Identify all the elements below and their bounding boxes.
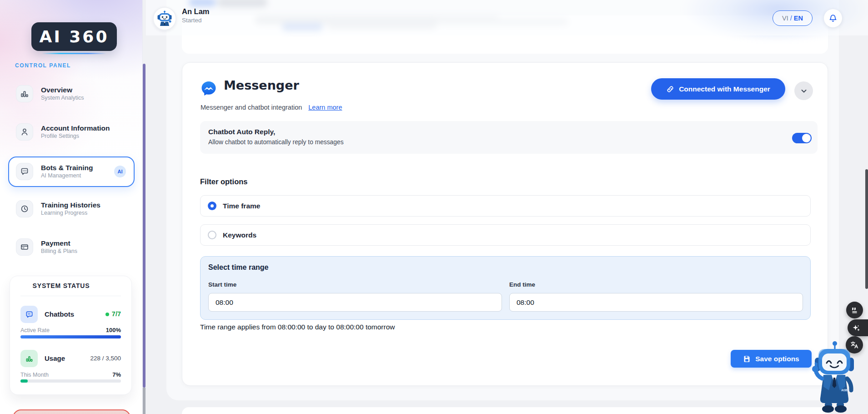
sparkles-icon bbox=[852, 323, 861, 333]
summary-notes-button[interactable] bbox=[846, 302, 863, 318]
lang-separator: / bbox=[790, 15, 792, 22]
status-divider bbox=[20, 296, 121, 296]
usage-value: 228 / 3,500 bbox=[0, 355, 121, 362]
chatbots-value: 7/7 bbox=[0, 310, 121, 318]
radio-option-time-frame[interactable]: Time frame bbox=[200, 195, 811, 217]
language-switcher[interactable]: VI / EN bbox=[773, 10, 813, 26]
chevron-down-icon bbox=[800, 87, 808, 95]
user-status: Started bbox=[182, 17, 202, 24]
brand-logo: AI 360 bbox=[31, 22, 117, 51]
logo-underline-decoration bbox=[42, 53, 106, 54]
auto-reply-panel bbox=[200, 121, 818, 154]
user-icon bbox=[16, 123, 33, 141]
radio-option-keywords[interactable]: Keywords bbox=[200, 224, 811, 246]
sidebar-item-label: Account Information bbox=[41, 124, 110, 132]
active-rate-bar bbox=[20, 335, 121, 338]
page-scrollbar-thumb[interactable] bbox=[865, 169, 868, 289]
start-time-input[interactable] bbox=[208, 293, 502, 312]
clock-icon bbox=[16, 200, 33, 217]
usage-bar-track bbox=[20, 379, 121, 383]
time-range-note: Time range applies from 08:00:00 to day … bbox=[200, 323, 395, 331]
notifications-button[interactable] bbox=[824, 9, 842, 27]
auto-reply-title: Chatbot Auto Reply, bbox=[208, 128, 275, 136]
radio-label: Time frame bbox=[223, 202, 260, 210]
next-card-partial bbox=[182, 407, 828, 414]
user-name: An Lam bbox=[182, 7, 210, 16]
sidebar-item-training-histories[interactable]: Training Histories Learning Progress bbox=[16, 200, 100, 217]
sidebar-item-sublabel: System Analytics bbox=[41, 94, 84, 102]
link-icon bbox=[666, 85, 674, 93]
header-bar bbox=[146, 0, 868, 35]
learn-more-link[interactable]: Learn more bbox=[308, 104, 342, 111]
active-rate-value: 100% bbox=[0, 327, 121, 333]
sidebar-item-sublabel: Profile Settings bbox=[41, 132, 110, 140]
sidebar-item-label: Bots & Training bbox=[41, 163, 93, 172]
radio-unselected-icon[interactable] bbox=[208, 231, 216, 239]
auto-reply-toggle[interactable] bbox=[792, 133, 812, 143]
end-time-label: End time bbox=[509, 281, 535, 288]
credit-card-icon bbox=[16, 238, 33, 256]
robot-avatar-icon bbox=[156, 10, 174, 28]
sidebar-item-sublabel: Learning Progress bbox=[41, 209, 100, 217]
messenger-logo-icon bbox=[200, 80, 217, 97]
usage-bar-fill bbox=[20, 379, 28, 383]
status-dot bbox=[105, 313, 109, 316]
chat-bubble-icon bbox=[16, 163, 33, 180]
time-range-title: Select time range bbox=[208, 263, 269, 272]
sidebar-item-sublabel: Billing & Plans bbox=[41, 247, 77, 255]
sidebar-item-bots-training-content[interactable]: Bots & Training AI Management bbox=[16, 163, 93, 180]
system-status-title: SYSTEM STATUS bbox=[0, 282, 122, 289]
sidebar-scrollbar-track[interactable] bbox=[143, 388, 146, 414]
sidebar-item-sublabel: AI Management bbox=[41, 172, 93, 180]
mascot-chest-label: AI360 bbox=[841, 389, 849, 392]
toggle-knob bbox=[802, 134, 811, 142]
bar-chart-icon bbox=[16, 85, 33, 102]
end-time-input[interactable] bbox=[509, 293, 803, 312]
robot-mascot: AI360 bbox=[811, 340, 858, 414]
sidebar: AI 360 CONTROL PANEL Overview System Ana… bbox=[0, 0, 143, 414]
sidebar-item-label: Overview bbox=[41, 86, 84, 94]
radio-selected-icon[interactable] bbox=[208, 202, 216, 210]
sidebar-item-label: Payment bbox=[41, 239, 77, 247]
logout-button-partial[interactable] bbox=[13, 409, 130, 414]
user-avatar[interactable] bbox=[153, 7, 176, 30]
ai-badge: AI bbox=[114, 166, 126, 177]
radio-label: Keywords bbox=[223, 231, 256, 239]
sidebar-item-overview[interactable]: Overview System Analytics bbox=[16, 85, 84, 102]
collapse-section-button[interactable] bbox=[794, 81, 813, 100]
app-root: AI 360 CONTROL PANEL Overview System Ana… bbox=[0, 0, 868, 414]
quote-lines-icon bbox=[850, 306, 859, 314]
sidebar-section-label: CONTROL PANEL bbox=[15, 62, 71, 69]
section-title: Messenger bbox=[224, 78, 299, 92]
sidebar-scrollbar-thumb[interactable] bbox=[143, 64, 146, 388]
ai-assistant-button[interactable] bbox=[848, 319, 868, 336]
save-icon bbox=[743, 355, 751, 363]
auto-reply-description: Allow chatbot to automatically reply to … bbox=[208, 139, 344, 146]
save-options-button[interactable]: Save options bbox=[731, 350, 812, 368]
month-value: 7% bbox=[0, 371, 121, 378]
lang-vi[interactable]: VI bbox=[782, 15, 788, 22]
lang-en[interactable]: EN bbox=[794, 15, 803, 22]
sidebar-item-payment[interactable]: Payment Billing & Plans bbox=[16, 238, 77, 256]
sidebar-item-label: Training Histories bbox=[41, 201, 100, 209]
section-subtitle: Messenger and chatbot integration bbox=[201, 104, 302, 111]
start-time-label: Start time bbox=[208, 281, 236, 288]
bell-icon bbox=[828, 14, 838, 23]
sidebar-item-account-information[interactable]: Account Information Profile Settings bbox=[16, 123, 110, 141]
connected-with-messenger-button[interactable]: Connected with Messenger bbox=[651, 78, 785, 100]
filter-options-title: Filter options bbox=[200, 177, 248, 186]
